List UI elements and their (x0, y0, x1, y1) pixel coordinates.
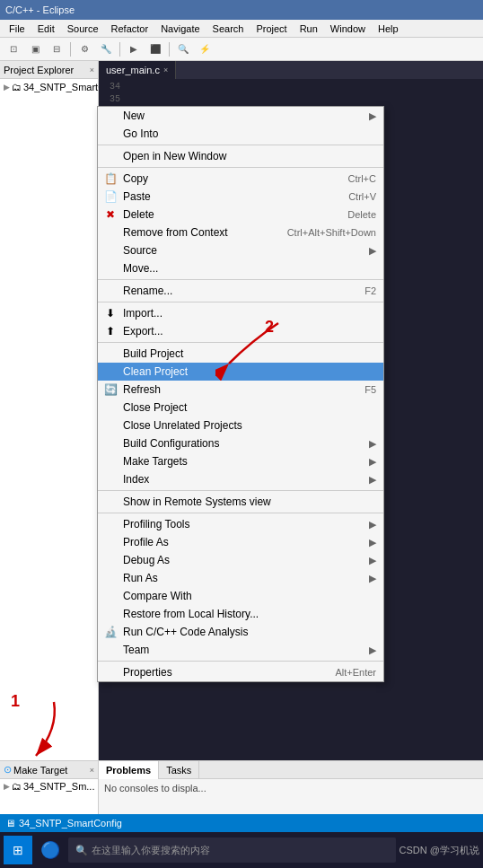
taskbar-right: CSDN @学习机说 (400, 844, 479, 857)
toolbar-btn-5[interactable]: 🔧 (96, 40, 116, 58)
ctx-make-targets-arrow: ▶ (369, 456, 376, 468)
code-line-35: 35 (102, 93, 479, 106)
ctx-new-arrow: ▶ (369, 110, 376, 122)
ctx-run-as[interactable]: Run As ▶ (98, 569, 383, 587)
ctx-move-label: Move... (123, 262, 158, 275)
ctx-profile-as[interactable]: Profile As ▶ (98, 533, 383, 551)
copy-icon: 📋 (103, 171, 118, 186)
ctx-close-project-label: Close Project (123, 401, 187, 414)
toolbar-btn-8[interactable]: 🔍 (173, 40, 193, 58)
ctx-new[interactable]: New ▶ (98, 107, 383, 125)
menu-refactor[interactable]: Refactor (106, 22, 154, 36)
ctx-delete[interactable]: ✖ Delete Delete (98, 206, 383, 224)
ctx-make-targets[interactable]: Make Targets ▶ (98, 452, 383, 470)
make-tree-label: 34_SNTP_Sm... (23, 781, 94, 792)
toolbar-btn-4[interactable]: ⚙ (75, 40, 94, 58)
ctx-copy-label: Copy (123, 172, 148, 185)
menu-file[interactable]: File (4, 22, 31, 36)
tab-tasks[interactable]: Tasks (159, 761, 199, 779)
ctx-debug-as[interactable]: Debug As ▶ (98, 551, 383, 569)
menu-help[interactable]: Help (373, 22, 404, 36)
make-tree-item[interactable]: ▶ 🗂 34_SNTP_Sm... (0, 779, 98, 793)
svg-text:1: 1 (11, 693, 20, 710)
tab-problems[interactable]: Problems (99, 761, 159, 779)
bottom-area: ⊙ Make Target × ▶ 🗂 34_SNTP_Sm... Proble… (0, 760, 483, 814)
ctx-close-project[interactable]: Close Project (98, 399, 383, 416)
toolbar-btn-1[interactable]: ⊡ (4, 40, 23, 58)
menu-edit[interactable]: Edit (32, 22, 60, 36)
menu-source[interactable]: Source (62, 22, 104, 36)
ctx-delete-shortcut: Delete (347, 209, 376, 220)
search-magnifier-icon: 🔍 (75, 845, 88, 856)
ctx-remove-context[interactable]: Remove from Context Ctrl+Alt+Shift+Down (98, 224, 383, 241)
ctx-rename[interactable]: Rename... F2 (98, 282, 383, 300)
title-bar: C/C++ - Eclipse (0, 0, 483, 20)
toolbar-btn-7[interactable]: ⬛ (145, 40, 165, 58)
toolbar-btn-6[interactable]: ▶ (124, 40, 144, 58)
ctx-sep-8 (98, 661, 383, 662)
menu-search[interactable]: Search (207, 22, 250, 36)
annotation-arrow-2: 2 (215, 314, 287, 386)
ctx-profiling[interactable]: Profiling Tools ▶ (98, 515, 383, 533)
tree-item-project[interactable]: ▶ 🗂 34_SNTP_SmartConfig (2, 81, 96, 93)
ctx-run-analysis-label: Run C/C++ Code Analysis (123, 626, 248, 638)
start-button[interactable]: ⊞ (4, 836, 32, 864)
menu-navigate[interactable]: Navigate (155, 22, 205, 36)
make-target-icon: ⊙ (4, 764, 12, 776)
ctx-copy[interactable]: 📋 Copy Ctrl+C (98, 170, 383, 188)
ctx-build-configs[interactable]: Build Configurations ▶ (98, 434, 383, 452)
ctx-export-label: Export... (123, 325, 163, 338)
code-tab-label: user_main.c (106, 65, 160, 75)
status-bar-label: 34_SNTP_SmartConfig (19, 818, 122, 829)
toolbar-sep-2 (119, 42, 120, 57)
bottom-content: No consoles to displa... (99, 779, 483, 797)
ctx-sep-4 (98, 302, 383, 302)
ctx-close-unrelated[interactable]: Close Unrelated Projects (98, 416, 383, 434)
ctx-build-configs-arrow: ▶ (369, 438, 376, 450)
ctx-team[interactable]: Team ▶ (98, 641, 383, 659)
ctx-profiling-arrow: ▶ (369, 519, 376, 530)
taskbar-search-box[interactable]: 🔍 在这里输入你要搜索的内容 (68, 837, 396, 863)
ctx-debug-as-label: Debug As (123, 554, 170, 566)
menu-project[interactable]: Project (250, 22, 292, 36)
paste-icon: 📄 (103, 189, 118, 204)
ctx-move[interactable]: Move... (98, 259, 383, 277)
ctx-paste[interactable]: 📄 Paste Ctrl+V (98, 188, 383, 206)
bottom-right-panel: Problems Tasks No consoles to displa... (99, 761, 483, 814)
menu-run[interactable]: Run (294, 22, 323, 36)
menu-window[interactable]: Window (325, 22, 371, 36)
ctx-copy-shortcut: Ctrl+C (348, 173, 376, 184)
ctx-show-remote[interactable]: Show in Remote Systems view (98, 493, 383, 511)
project-explorer-close-icon[interactable]: × (90, 66, 94, 75)
code-tab-user-main[interactable]: user_main.c × (99, 61, 176, 79)
ctx-run-as-arrow: ▶ (369, 573, 376, 584)
toolbar-btn-3[interactable]: ⊟ (47, 40, 66, 58)
ctx-open-new-window[interactable]: Open in New Window (98, 147, 383, 165)
ctx-show-remote-label: Show in Remote Systems view (123, 495, 271, 508)
project-explorer-header: Project Explorer × (0, 61, 98, 79)
taskbar-app-eclipse[interactable]: 🔵 (36, 836, 65, 864)
ctx-remove-context-label: Remove from Context (123, 226, 228, 239)
ctx-sep-1 (98, 145, 383, 145)
ctx-run-as-label: Run As (123, 572, 158, 584)
toolbar-btn-2[interactable]: ▣ (25, 40, 45, 58)
ctx-source-arrow: ▶ (369, 245, 376, 257)
toolbar: ⊡ ▣ ⊟ ⚙ 🔧 ▶ ⬛ 🔍 ⚡ (0, 38, 483, 61)
ctx-profile-as-label: Profile As (123, 536, 169, 548)
analysis-icon: 🔬 (103, 625, 118, 639)
delete-icon: ✖ (103, 207, 118, 222)
ctx-paste-label: Paste (123, 190, 151, 203)
toolbar-btn-9[interactable]: ⚡ (195, 40, 215, 58)
status-bar-icon: 🖥 (5, 818, 15, 829)
ctx-run-analysis[interactable]: 🔬 Run C/C++ Code Analysis (98, 623, 383, 641)
ctx-restore-local[interactable]: Restore from Local History... (98, 605, 383, 623)
ctx-index-arrow: ▶ (369, 474, 376, 486)
ctx-source[interactable]: Source ▶ (98, 241, 383, 259)
ctx-properties[interactable]: Properties Alt+Enter (98, 663, 383, 681)
ctx-profile-as-arrow: ▶ (369, 537, 376, 548)
ctx-index[interactable]: Index ▶ (98, 470, 383, 488)
ctx-compare-with[interactable]: Compare With (98, 587, 383, 605)
ctx-go-into[interactable]: Go Into (98, 125, 383, 143)
code-tab-close-icon[interactable]: × (163, 66, 168, 75)
make-target-close-icon[interactable]: × (90, 766, 94, 775)
